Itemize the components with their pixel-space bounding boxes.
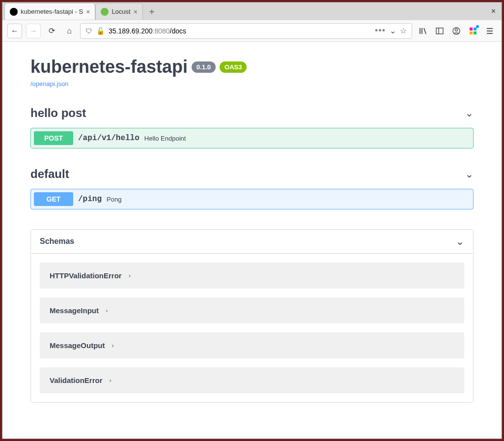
schema-name: MessageOutput	[50, 341, 105, 350]
method-badge: GET	[34, 192, 73, 206]
tag-section-hello-post: hello post ⌄ POST /api/v1/hello Hello En…	[30, 106, 474, 148]
chevron-right-icon: ›	[106, 307, 108, 314]
home-button[interactable]: ⌂	[62, 24, 76, 38]
schema-item[interactable]: HTTPValidationError ›	[40, 263, 464, 289]
operation-path: /ping	[78, 195, 102, 204]
tab-favicon	[101, 8, 109, 16]
schema-item[interactable]: MessageOutput ›	[40, 332, 464, 358]
operation-post-hello[interactable]: POST /api/v1/hello Hello Endpoint	[30, 128, 474, 148]
schema-item[interactable]: ValidationError ›	[40, 367, 464, 393]
page-content: kubernetes-fastapi 0.1.0 OAS3 /openapi.j…	[2, 42, 502, 439]
menu-icon[interactable]	[483, 24, 497, 38]
tab-bar: kubernetes-fastapi - S × Locust × ＋ ×	[2, 2, 502, 20]
sidebar-icon[interactable]	[433, 24, 447, 38]
api-title: kubernetes-fastapi	[30, 57, 188, 77]
svg-point-3	[455, 29, 458, 31]
openapi-json-link[interactable]: /openapi.json	[30, 80, 474, 88]
operation-path: /api/v1/hello	[78, 134, 140, 143]
tag-header[interactable]: hello post ⌄	[30, 106, 474, 124]
close-tab-icon[interactable]: ×	[134, 8, 138, 16]
method-badge: POST	[34, 131, 73, 145]
operation-summary: Hello Endpoint	[144, 135, 186, 142]
tag-section-default: default ⌄ GET /ping Pong	[30, 167, 474, 209]
chevron-down-icon: ⌄	[465, 107, 474, 119]
new-tab-button[interactable]: ＋	[145, 4, 159, 18]
tag-name: hello post	[30, 106, 86, 120]
bookmark-star-icon[interactable]: ☆	[400, 26, 407, 35]
title-row: kubernetes-fastapi 0.1.0 OAS3	[30, 57, 474, 77]
svg-rect-7	[474, 31, 476, 34]
back-button[interactable]: ←	[7, 24, 22, 38]
forward-button[interactable]: →	[26, 24, 41, 38]
url-path: /docs	[170, 27, 186, 35]
close-tab-icon[interactable]: ×	[86, 8, 90, 16]
extension-icon[interactable]	[466, 24, 480, 38]
library-icon[interactable]	[416, 24, 430, 38]
tab-label: Locust	[112, 8, 130, 15]
tab-kubernetes-fastapi[interactable]: kubernetes-fastapi - S ×	[4, 3, 95, 20]
operation-summary: Pong	[107, 196, 121, 203]
schemas-section: Schemas ⌄ HTTPValidationError › MessageI…	[30, 229, 474, 403]
schema-name: HTTPValidationError	[50, 271, 122, 280]
url-host: 35.189.69.200	[109, 27, 153, 35]
schema-name: ValidationError	[50, 376, 103, 384]
tab-label: kubernetes-fastapi - S	[21, 8, 83, 15]
svg-rect-5	[474, 28, 476, 30]
browser-window: kubernetes-fastapi - S × Locust × ＋ × ← …	[2, 2, 502, 439]
svg-rect-4	[470, 28, 473, 30]
tag-header[interactable]: default ⌄	[30, 167, 474, 185]
pocket-icon[interactable]: ⌄	[390, 26, 396, 35]
toolbar: ← → ⟳ ⌂ 🛡 🔓 35.189.69.200:8080/docs ••• …	[2, 20, 502, 42]
schema-item[interactable]: MessageInput ›	[40, 297, 464, 323]
swagger-ui: kubernetes-fastapi 0.1.0 OAS3 /openapi.j…	[16, 57, 488, 403]
schemas-title: Schemas	[40, 237, 74, 246]
url-bar[interactable]: 🛡 🔓 35.189.69.200:8080/docs ••• ⌄ ☆	[80, 23, 412, 39]
tab-favicon	[10, 8, 18, 16]
chevron-right-icon: ›	[112, 342, 114, 349]
schema-name: MessageInput	[50, 306, 99, 315]
insecure-lock-icon[interactable]: 🔓	[96, 27, 105, 35]
chevron-right-icon: ›	[129, 272, 131, 279]
url-text: 35.189.69.200:8080/docs	[109, 27, 371, 35]
tag-name: default	[30, 167, 69, 181]
oas-badge: OAS3	[220, 61, 247, 73]
window-close-button[interactable]: ×	[487, 7, 500, 16]
version-badge: 0.1.0	[192, 61, 216, 73]
url-port: :8080	[153, 27, 170, 35]
svg-rect-6	[470, 31, 473, 34]
page-actions-icon[interactable]: •••	[375, 26, 386, 36]
chevron-right-icon: ›	[110, 377, 112, 384]
chevron-down-icon: ⌄	[456, 235, 464, 247]
shield-icon[interactable]: 🛡	[85, 27, 92, 35]
reload-button[interactable]: ⟳	[45, 24, 58, 38]
tab-locust[interactable]: Locust ×	[95, 3, 143, 20]
operation-get-ping[interactable]: GET /ping Pong	[30, 189, 474, 209]
schemas-body: HTTPValidationError › MessageInput › Mes…	[31, 254, 473, 402]
notification-dot-icon	[476, 25, 479, 28]
svg-rect-0	[436, 28, 443, 34]
chevron-down-icon: ⌄	[465, 168, 474, 180]
schemas-header[interactable]: Schemas ⌄	[31, 230, 473, 254]
account-icon[interactable]	[449, 24, 463, 38]
